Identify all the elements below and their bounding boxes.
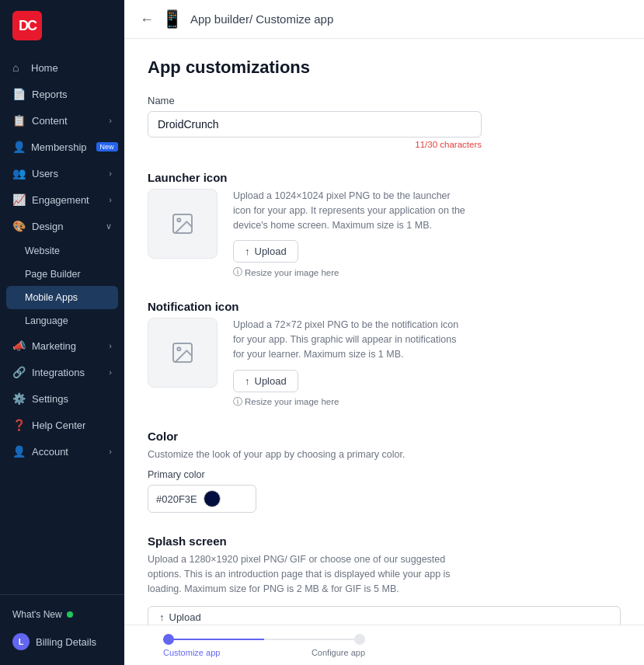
step-2-dot — [354, 634, 365, 645]
color-swatch[interactable] — [204, 490, 221, 507]
sidebar-item-page-builder[interactable]: Page Builder — [0, 263, 124, 286]
notification-icon-section: Notification icon Upload a 72×72 pixel P… — [148, 300, 621, 407]
notification-upload-button[interactable]: ↑ Upload — [233, 370, 298, 392]
sidebar-item-design[interactable]: 🎨 Design ∨ — [0, 213, 124, 239]
sidebar-item-membership[interactable]: 👤 Membership New — [0, 134, 124, 160]
sidebar-item-users[interactable]: 👥 Users › — [0, 160, 124, 186]
launcher-upload-button[interactable]: ↑ Upload — [233, 240, 298, 263]
notification-upload-label: Upload — [255, 375, 287, 387]
billing-avatar: L — [12, 633, 30, 650]
sidebar-item-account-label: Account — [32, 446, 68, 458]
primary-color-label: Primary color — [148, 469, 621, 480]
chevron-right-icon: › — [109, 367, 112, 377]
splash-upload-label: Upload — [169, 611, 201, 623]
engagement-icon: 📈 — [12, 193, 26, 206]
launcher-icon-title: Launcher icon — [148, 171, 621, 184]
marketing-icon: 📣 — [12, 339, 26, 352]
topbar: ← 📱 App builder/ Customize app — [124, 0, 644, 39]
progress-steps — [163, 634, 365, 645]
main-area: ← 📱 App builder/ Customize app App custo… — [124, 0, 644, 665]
step-1-dot — [163, 634, 174, 645]
splash-desc: Upload a 1280×1920 pixel PNG/ GIF or cho… — [148, 552, 482, 596]
sidebar-item-home[interactable]: ⌂ Home — [0, 54, 124, 81]
name-section: Name 11/30 characters — [148, 95, 621, 149]
chevron-right-icon: › — [109, 169, 112, 178]
notification-resize-label: Resize your image here — [245, 397, 339, 406]
sidebar-item-website[interactable]: Website — [0, 239, 124, 263]
topbar-title: App builder/ Customize app — [190, 12, 333, 26]
color-hex-value: #020F3E — [156, 493, 197, 505]
step-2 — [354, 634, 365, 645]
membership-icon: 👤 — [12, 141, 25, 153]
sidebar-item-home-label: Home — [31, 62, 58, 74]
notification-icon-desc: Upload a 72×72 pixel PNG to be the notif… — [233, 318, 466, 361]
bottom-bar: Customize app Configure app — [124, 625, 644, 665]
svg-point-3 — [177, 348, 180, 351]
info-icon: ⓘ — [233, 396, 242, 408]
chevron-right-icon: › — [109, 447, 112, 456]
settings-icon: ⚙️ — [12, 392, 26, 405]
notification-icon-title: Notification icon — [148, 300, 621, 313]
sidebar-item-engagement[interactable]: 📈 Engagement › — [0, 186, 124, 213]
sidebar-mobile-apps-label: Mobile Apps — [25, 292, 78, 303]
sidebar-item-settings-label: Settings — [32, 393, 68, 405]
back-button[interactable]: ← — [140, 12, 154, 26]
sidebar-item-content-label: Content — [32, 115, 68, 127]
sidebar-item-design-label: Design — [32, 221, 63, 232]
sidebar-navigation: ⌂ Home 📄 Reports 📋 Content › 👤 Membershi… — [0, 51, 124, 594]
content-area: App customizations Name 11/30 characters… — [124, 39, 644, 625]
users-icon: 👥 — [12, 167, 26, 179]
splash-upload-button[interactable]: ↑ Upload — [148, 606, 621, 625]
whats-new-item[interactable]: What's New — [0, 603, 124, 626]
step-label-row: Customize app Configure app — [163, 648, 365, 657]
home-icon: ⌂ — [12, 61, 25, 74]
step-1 — [163, 634, 174, 645]
sidebar-item-account[interactable]: 👤 Account › — [0, 438, 124, 465]
svg-point-1 — [177, 218, 180, 221]
notification-icon-upload-area: Upload a 72×72 pixel PNG to be the notif… — [233, 318, 466, 407]
chevron-down-icon: ∨ — [106, 221, 112, 232]
upload-icon: ↑ — [245, 375, 250, 387]
launcher-upload-label: Upload — [255, 245, 287, 257]
launcher-resize-link[interactable]: ⓘ Resize your image here — [233, 266, 466, 278]
chevron-right-icon: › — [109, 116, 112, 125]
step-1-label: Customize app — [163, 648, 220, 657]
launcher-icon-row: Upload a 1024×1024 pixel PNG to be the l… — [148, 189, 621, 278]
notification-resize-link[interactable]: ⓘ Resize your image here — [233, 396, 466, 408]
billing-item[interactable]: L Billing Details — [0, 626, 124, 657]
sidebar-item-membership-label: Membership — [31, 141, 87, 153]
sidebar-item-engagement-label: Engagement — [32, 194, 89, 206]
account-icon: 👤 — [12, 445, 26, 458]
sidebar-item-integrations-label: Integrations — [32, 367, 85, 378]
page-title: App customizations — [148, 57, 621, 78]
upload-icon: ↑ — [159, 611, 165, 623]
sidebar-item-marketing[interactable]: 📣 Marketing › — [0, 332, 124, 359]
color-section: Color Customize the look of your app by … — [148, 430, 621, 514]
help-icon: ❓ — [12, 419, 26, 431]
sidebar-item-integrations[interactable]: 🔗 Integrations › — [0, 359, 124, 385]
name-input[interactable] — [148, 111, 482, 138]
sidebar-item-reports[interactable]: 📄 Reports — [0, 81, 124, 107]
sidebar-item-mobile-apps[interactable]: Mobile Apps — [6, 286, 118, 309]
content-icon: 📋 — [12, 114, 26, 127]
splash-screen-section: Splash screen Upload a 1280×1920 pixel P… — [148, 534, 621, 625]
sidebar-bottom: What's New L Billing Details — [0, 594, 124, 665]
whats-new-label: What's New — [12, 609, 62, 620]
sidebar-item-content[interactable]: 📋 Content › — [0, 107, 124, 134]
sidebar-item-help-center[interactable]: ❓ Help Center — [0, 412, 124, 438]
sidebar-website-label: Website — [25, 245, 60, 256]
chevron-right-icon: › — [109, 195, 112, 204]
mobile-icon: 📱 — [162, 9, 183, 30]
splash-upload-area: ↑ Upload ⓘ Resize your image here — [148, 606, 621, 625]
notification-dot — [67, 611, 73, 618]
sidebar-page-builder-label: Page Builder — [25, 269, 81, 280]
sidebar-item-marketing-label: Marketing — [32, 340, 76, 352]
sidebar-item-settings[interactable]: ⚙️ Settings — [0, 385, 124, 412]
launcher-resize-label: Resize your image here — [245, 268, 339, 277]
logo-icon[interactable]: DC — [12, 11, 42, 40]
launcher-icon-upload-area: Upload a 1024×1024 pixel PNG to be the l… — [233, 189, 466, 278]
sidebar-item-users-label: Users — [32, 168, 58, 179]
upload-icon: ↑ — [245, 245, 250, 257]
design-icon: 🎨 — [12, 220, 26, 232]
sidebar-item-language[interactable]: Language — [0, 309, 124, 332]
